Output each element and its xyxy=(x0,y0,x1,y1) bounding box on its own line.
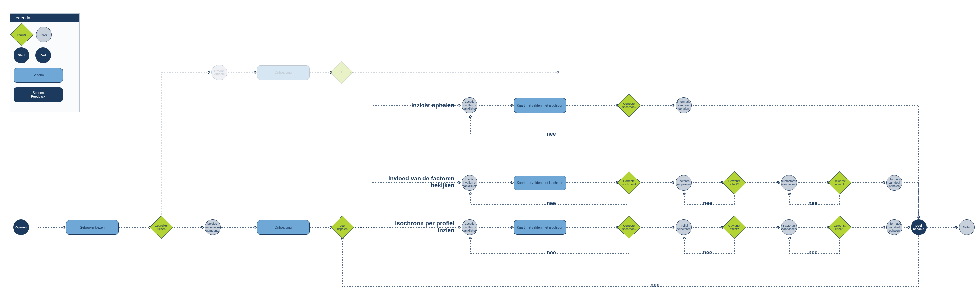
r3-factoren: Factoren aanpassen xyxy=(781,219,797,235)
nee-r2-2: nee xyxy=(703,200,712,206)
r2-info: Informatie van doel ophalen xyxy=(886,175,902,191)
nee-r2-3: nee xyxy=(808,200,818,206)
row-label-inzicht: inzicht ophalen xyxy=(382,102,455,109)
doel-behaald: Doel behaald xyxy=(911,219,927,235)
screen-gebruiker-kiezen: Gebruiker kiezen xyxy=(66,220,119,235)
legend-body: Keuze Actie Start End Scherm Scherm Feed… xyxy=(10,22,80,112)
nee-big: nee xyxy=(651,282,660,288)
action-beleidsmedewerker: beleids-medewerker gemeente xyxy=(205,219,221,235)
nee-r2-1: nee xyxy=(547,200,556,206)
legend-scherm: Scherm xyxy=(13,68,63,83)
r3-info: Informatie van doel ophalen xyxy=(886,219,902,235)
screen-onboarding-faded: Onboarding xyxy=(257,65,310,80)
legend-end: End xyxy=(35,48,51,63)
screen-onboarding: Onboarding xyxy=(257,220,310,235)
start-openen: Openen xyxy=(13,219,29,235)
decision-q-faded: ? xyxy=(330,61,353,84)
r3-profiel: Profiel selecteren xyxy=(676,219,692,235)
action-inwoner-arnhem: Inwoner Arnhem xyxy=(212,65,227,80)
r2-kaart: Kaart met velden met isochroon xyxy=(514,175,566,190)
row-label-isochroon: isochroon per profiel inzien xyxy=(382,220,455,234)
r3-kaart: Kaart met velden met isochroon xyxy=(514,220,566,235)
r2-gewenst2: Gewenst effect? xyxy=(828,171,851,195)
r1-kaart: Kaart met velden met isochroon xyxy=(514,98,566,113)
r3-gewenst2: Gewenst effect? xyxy=(828,216,851,239)
r3-correcte: Correcte isochroon? xyxy=(617,216,641,239)
legend-title: Legenda xyxy=(10,13,80,22)
r2-sub: Subfactoren aanpassen xyxy=(781,175,797,191)
nee-r3-3: nee xyxy=(808,250,818,255)
nee-r3-1: nee xyxy=(547,250,556,255)
r1-info: Informatie van doel ophalen xyxy=(676,97,692,113)
r1-locatie: Locatie invullen of aanklikken xyxy=(462,97,477,113)
r2-correcte: Correcte isochroon? xyxy=(617,171,641,195)
decision-gebruiker-kiezen: Gebruiker kiezen xyxy=(150,216,173,239)
r2-locatie: Locatie invullen of aanklikken xyxy=(462,175,477,191)
nee-r1-1: nee xyxy=(547,131,556,137)
r1-correcte: Correcte isochroon? xyxy=(617,94,641,117)
r3-gewenst1: Gewenst effect? xyxy=(723,216,746,239)
legend-keuze: Keuze xyxy=(10,23,33,46)
r2-factoren: Factoren aanpassen xyxy=(676,175,692,191)
legend-actie: Actie xyxy=(36,27,52,43)
legend-scherm-feedback: Scherm Feedback xyxy=(13,87,63,102)
nee-r3-2: nee xyxy=(703,250,712,255)
legend-panel: Legenda Keuze Actie Start End Scherm Sch… xyxy=(10,13,80,112)
r2-gewenst1: Gewenst effect? xyxy=(723,171,746,195)
r3-locatie: Locatie invullen of aanklikken xyxy=(462,219,477,235)
action-sluiten: Sluiten xyxy=(959,219,975,235)
connectors xyxy=(0,0,980,303)
legend-start: Start xyxy=(13,48,29,63)
decision-doel-bepalen: Doel bepalen xyxy=(331,216,354,239)
row-label-invloed: invloed van de factoren bekijken xyxy=(382,175,455,189)
